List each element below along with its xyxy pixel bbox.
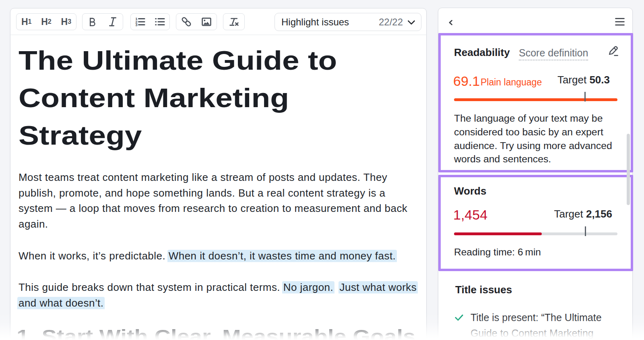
svg-text:3: 3 (135, 23, 137, 27)
